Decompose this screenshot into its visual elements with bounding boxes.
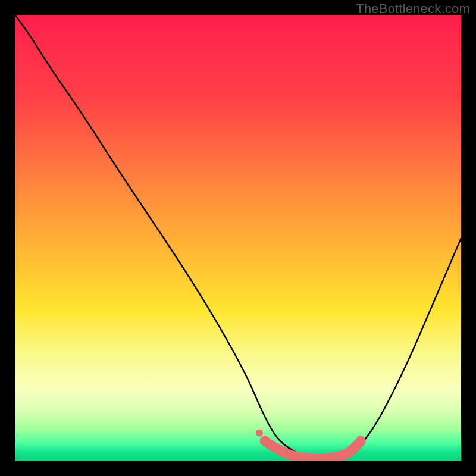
- plot-area: [15, 15, 461, 461]
- optimal-range-markers: [256, 430, 361, 459]
- bottleneck-curve: [15, 15, 461, 460]
- chart-frame: TheBottleneck.com: [0, 0, 476, 476]
- optimal-range-band: [265, 441, 361, 459]
- optimal-range-start-dot: [256, 430, 263, 437]
- curve-layer: [15, 15, 461, 461]
